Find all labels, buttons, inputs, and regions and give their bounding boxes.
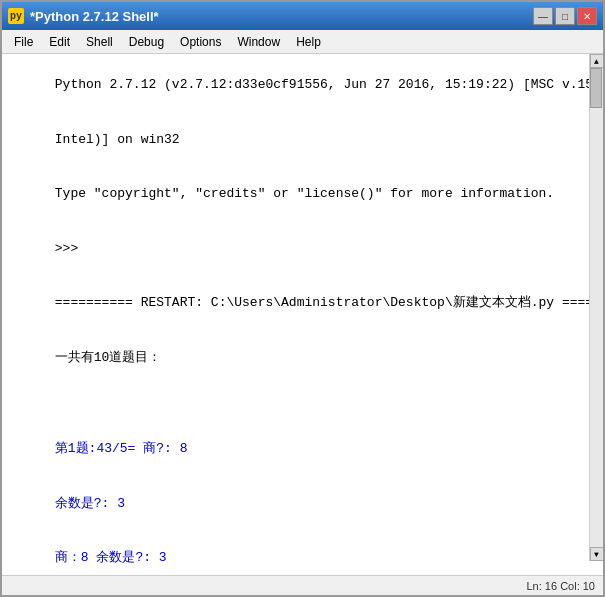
python-version-line2: Intel)] on win32 (55, 132, 180, 147)
window-title: *Python 2.7.12 Shell* (30, 9, 159, 24)
app-icon: py (8, 8, 24, 24)
total-line: 一共有10道题目： (55, 350, 162, 365)
shell-content: Python 2.7.12 (v2.7.12:d33e0cf91556, Jun… (2, 54, 603, 575)
q1-remainder: 余数是?: 3 (55, 496, 125, 511)
title-bar-left: py *Python 2.7.12 Shell* (8, 8, 159, 24)
menu-help[interactable]: Help (288, 33, 329, 51)
maximize-button[interactable]: □ (555, 7, 575, 25)
cursor-position: Ln: 16 Col: 10 (527, 580, 596, 592)
close-button[interactable]: ✕ (577, 7, 597, 25)
restart-line: ========== RESTART: C:\Users\Administrat… (55, 295, 603, 310)
menu-edit[interactable]: Edit (41, 33, 78, 51)
title-bar: py *Python 2.7.12 Shell* — □ ✕ (2, 2, 603, 30)
q1-answer: 商：8 余数是?: 3 (55, 550, 167, 565)
minimize-button[interactable]: — (533, 7, 553, 25)
q1-prompt: 第1题:43/5= 商?: 8 (55, 441, 188, 456)
shell-output[interactable]: Python 2.7.12 (v2.7.12:d33e0cf91556, Jun… (2, 54, 603, 575)
menu-debug[interactable]: Debug (121, 33, 172, 51)
vertical-scrollbar[interactable]: ▲ ▼ (589, 54, 603, 561)
python-prompt: >>> (55, 241, 86, 256)
python-version-line1: Python 2.7.12 (v2.7.12:d33e0cf91556, Jun… (55, 77, 603, 92)
scroll-down-button[interactable]: ▼ (590, 547, 604, 561)
menu-options[interactable]: Options (172, 33, 229, 51)
scroll-track[interactable] (590, 68, 603, 547)
scroll-up-button[interactable]: ▲ (590, 54, 604, 68)
scroll-thumb[interactable] (590, 68, 602, 108)
status-bar: Ln: 16 Col: 10 (2, 575, 603, 595)
menu-window[interactable]: Window (229, 33, 288, 51)
menu-file[interactable]: File (6, 33, 41, 51)
menu-shell[interactable]: Shell (78, 33, 121, 51)
main-window: py *Python 2.7.12 Shell* — □ ✕ File Edit… (0, 0, 605, 597)
menu-bar: File Edit Shell Debug Options Window Hel… (2, 30, 603, 54)
window-controls: — □ ✕ (533, 7, 597, 25)
python-info-line: Type "copyright", "credits" or "license(… (55, 186, 554, 201)
